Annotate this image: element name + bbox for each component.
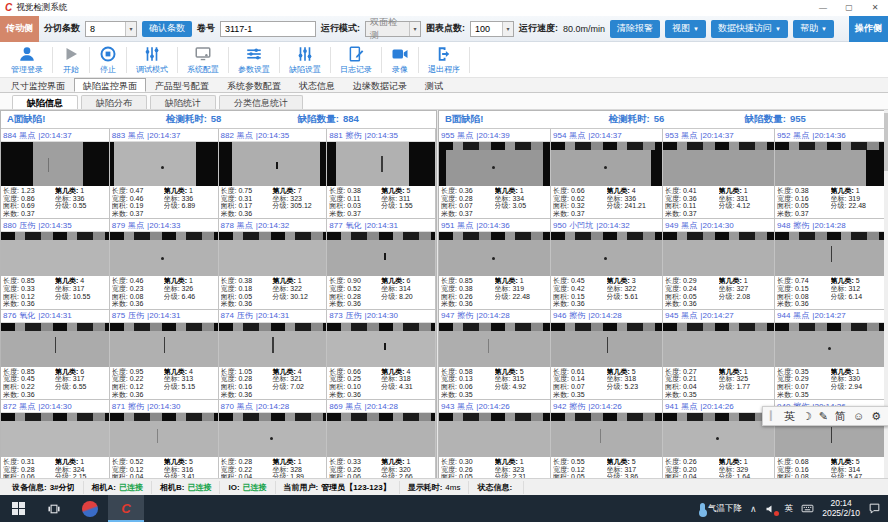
ime-simplified-button[interactable]: 简 <box>835 407 846 425</box>
defect-image[interactable] <box>219 323 327 367</box>
taskbar-app-inspection[interactable]: C <box>108 495 144 522</box>
defect-cell-884[interactable]: 884黑点|20:14:37长度:1.23宽度:0.86面积:0.69米数:0.… <box>1 129 110 219</box>
defect-settings-button[interactable]: 缺陷设置 <box>280 44 330 76</box>
exit-program-button[interactable]: 退出程序 <box>419 44 469 76</box>
maximize-button[interactable]: ▢ <box>836 0 862 16</box>
ime-pen-button[interactable]: ✎ <box>819 407 828 425</box>
defect-image[interactable] <box>439 323 550 367</box>
defect-cell-874[interactable]: 874压伤|20:14:31长度:1.05宽度:0.28面积:0.16米数:0.… <box>219 310 328 400</box>
ime-drag-handle[interactable]: ▎ <box>770 411 777 421</box>
task-view-button[interactable] <box>36 495 72 522</box>
start-button[interactable]: 开始 <box>53 44 89 76</box>
defect-image[interactable] <box>663 323 774 367</box>
defect-image[interactable] <box>219 413 327 457</box>
data-shortcut-menu-button[interactable]: 数据快捷访问▼ <box>711 20 788 38</box>
defect-image[interactable] <box>663 142 774 186</box>
clear-alarm-button[interactable]: 清除报警 <box>610 20 660 38</box>
defect-image[interactable] <box>327 413 435 457</box>
defect-image[interactable] <box>775 323 886 367</box>
defect-cell-876[interactable]: 876氧化|20:14:31长度:0.85宽度:0.45面积:0.22米数:0.… <box>1 310 110 400</box>
defect-cell-881[interactable]: 881擦伤|20:14:35长度:0.38宽度:0.11面积:0.03米数:0.… <box>327 129 436 219</box>
tab-defect-monitor[interactable]: 缺陷监控界面 <box>74 78 146 92</box>
defect-cell-871[interactable]: 871擦伤|20:14:30长度:0.52宽度:0.12面积:0.04米数:0.… <box>110 400 219 478</box>
tab-system-params[interactable]: 系统参数配置 <box>218 78 290 92</box>
scrollbar-thumb[interactable] <box>884 113 888 171</box>
defect-cell-955[interactable]: 955黑点|20:14:39长度:0.36宽度:0.28面积:0.07米数:0.… <box>439 129 551 219</box>
ime-emoji-button[interactable]: ☺ <box>853 407 864 425</box>
view-menu-button[interactable]: 视图▼ <box>665 20 706 38</box>
subtab-defect-info[interactable]: 缺陷信息 <box>12 95 78 109</box>
defect-image[interactable] <box>439 413 550 457</box>
operate-side-button[interactable]: 操作侧 <box>849 16 888 42</box>
defect-image[interactable] <box>551 323 662 367</box>
defect-cell-951[interactable]: 951黑点|20:14:36长度:0.85宽度:0.38面积:0.26米数:0.… <box>439 219 551 309</box>
defect-image[interactable] <box>219 142 327 186</box>
defect-cell-879[interactable]: 879黑点|20:14:33长度:0.46宽度:0.23面积:0.08米数:0.… <box>110 219 219 309</box>
defect-cell-877[interactable]: 877氧化|20:14:31长度:0.90宽度:0.52面积:0.28米数:0.… <box>327 219 436 309</box>
defect-image[interactable] <box>110 413 218 457</box>
defect-image[interactable] <box>110 323 218 367</box>
defect-image[interactable] <box>219 232 327 276</box>
defect-cell-941[interactable]: 941黑点|20:14:26长度:0.26宽度:0.20面积:0.04米数:0.… <box>663 400 775 478</box>
defect-cell-875[interactable]: 875压伤|20:14:31长度:0.95宽度:0.22面积:0.12米数:0.… <box>110 310 219 400</box>
slit-count-select[interactable]: 8 ▾ <box>85 21 137 37</box>
chart-points-select[interactable]: 100 ▾ <box>470 21 514 37</box>
subtab-class-info-stats[interactable]: 分类信息统计 <box>219 95 303 109</box>
defect-image[interactable] <box>110 232 218 276</box>
confirm-count-button[interactable]: 确认条数 <box>142 21 192 37</box>
keyboard-icon[interactable] <box>801 502 814 515</box>
defect-image[interactable] <box>110 142 218 186</box>
param-settings-button[interactable]: 参数设置 <box>229 44 279 76</box>
defect-cell-945[interactable]: 945黑点|20:14:27长度:0.27宽度:0.21面积:0.04米数:0.… <box>663 310 775 400</box>
defect-image[interactable] <box>327 142 435 186</box>
defect-cell-882[interactable]: 882黑点|20:14:35长度:0.75宽度:0.31面积:0.17米数:0.… <box>219 129 328 219</box>
drive-side-button[interactable]: 传动侧 <box>0 16 39 42</box>
defect-image[interactable] <box>439 142 550 186</box>
defect-cell-869[interactable]: 869黑点|20:14:28长度:0.33宽度:0.26面积:0.06米数:0.… <box>327 400 436 478</box>
ime-indicator[interactable]: 英 <box>785 503 794 515</box>
defect-image[interactable] <box>327 323 435 367</box>
defect-cell-944[interactable]: 944黑点|20:14:27长度:0.35宽度:0.29面积:0.07米数:0.… <box>775 310 887 400</box>
defect-image[interactable] <box>551 413 662 457</box>
defect-cell-942[interactable]: 942擦伤|20:14:26长度:0.55宽度:0.12面积:0.05米数:0.… <box>551 400 663 478</box>
defect-cell-878[interactable]: 878黑点|20:14:32长度:0.38宽度:0.18面积:0.05米数:0.… <box>219 219 328 309</box>
defect-cell-947[interactable]: 947擦伤|20:14:28长度:0.58宽度:0.13面积:0.06米数:0.… <box>439 310 551 400</box>
defect-image[interactable] <box>1 142 109 186</box>
notification-center-icon[interactable] <box>868 502 881 515</box>
defect-image[interactable] <box>551 142 662 186</box>
ime-settings-button[interactable]: ⚙ <box>871 407 881 425</box>
defect-cell-880[interactable]: 880压伤|20:14:35长度:0.85宽度:0.33面积:0.12米数:0.… <box>1 219 110 309</box>
tab-test[interactable]: 测试 <box>416 78 452 92</box>
defect-image[interactable] <box>775 232 886 276</box>
defect-cell-946[interactable]: 946擦伤|20:14:28长度:0.61宽度:0.14面积:0.07米数:0.… <box>551 310 663 400</box>
defect-cell-950[interactable]: 950小凹坑|20:14:32长度:0.45宽度:0.42面积:0.15米数:0… <box>551 219 663 309</box>
defect-cell-873[interactable]: 873压伤|20:14:30长度:0.66宽度:0.25面积:0.10米数:0.… <box>327 310 436 400</box>
defect-cell-870[interactable]: 870黑点|20:14:28长度:0.28宽度:0.22面积:0.04米数:0.… <box>219 400 328 478</box>
defect-image[interactable] <box>1 232 109 276</box>
tab-product-config[interactable]: 产品型号配置 <box>146 78 218 92</box>
defect-cell-883[interactable]: 883黑点|20:14:37长度:0.47宽度:0.46面积:0.19米数:0.… <box>110 129 219 219</box>
weather-widget[interactable]: 气温下降 <box>700 503 742 515</box>
run-mode-select[interactable]: 双面检测 ▾ <box>365 21 421 37</box>
defect-cell-943[interactable]: 943黑点|20:14:26长度:0.30宽度:0.26面积:0.05米数:0.… <box>439 400 551 478</box>
help-menu-button[interactable]: 帮助▼ <box>793 20 834 38</box>
tray-expand-button[interactable]: ∧ <box>750 504 757 514</box>
volume-icon[interactable] <box>765 503 777 515</box>
defect-image[interactable] <box>663 232 774 276</box>
defect-image[interactable] <box>327 232 435 276</box>
defect-image[interactable] <box>663 413 774 457</box>
close-button[interactable]: ✕ <box>862 0 888 16</box>
tab-size-monitor[interactable]: 尺寸监控界面 <box>2 78 74 92</box>
roll-number-input[interactable] <box>220 21 316 37</box>
defect-cell-948[interactable]: 948擦伤|20:14:28长度:0.74宽度:0.15面积:0.08米数:0.… <box>775 219 887 309</box>
debug-mode-button[interactable]: 调试模式 <box>127 44 177 76</box>
tab-edge-data[interactable]: 边缘数据记录 <box>344 78 416 92</box>
defect-cell-872[interactable]: 872黑点|20:14:30长度:0.31宽度:0.28面积:0.06米数:0.… <box>1 400 110 478</box>
taskbar-app-1[interactable] <box>72 495 108 522</box>
defect-image[interactable] <box>1 323 109 367</box>
minimize-button[interactable]: — <box>810 0 836 16</box>
defect-image[interactable] <box>439 232 550 276</box>
taskbar-clock[interactable]: 20:14 2025/2/10 <box>822 499 860 518</box>
start-button[interactable] <box>0 495 36 522</box>
ime-en-button[interactable]: 英 <box>784 407 795 425</box>
